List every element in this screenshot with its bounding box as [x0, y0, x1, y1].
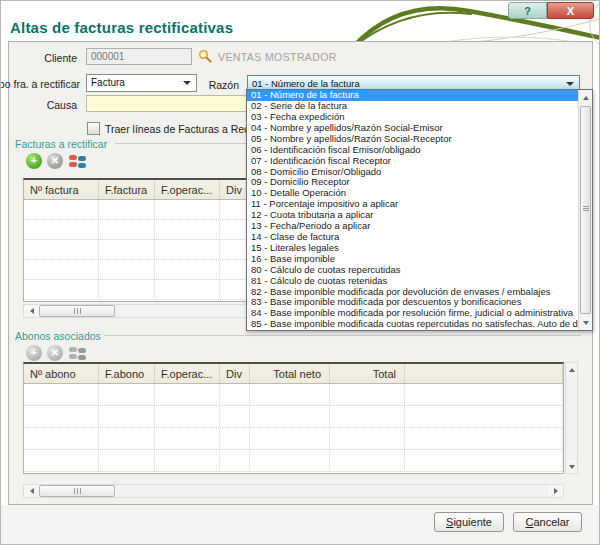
chevron-down-icon: [183, 81, 191, 85]
remove-credit-note-button-disabled[interactable]: ✕: [47, 345, 63, 361]
siguiente-button[interactable]: Siguiente: [434, 512, 504, 532]
column-header[interactable]: F.operac...: [155, 180, 220, 199]
column-header[interactable]: Div: [220, 364, 250, 383]
column-header[interactable]: F.operac...: [155, 364, 220, 383]
column-header[interactable]: Total neto: [250, 364, 330, 383]
razon-option[interactable]: 84 - Base imponible modificada por resol…: [247, 308, 578, 319]
close-icon: ✕: [51, 156, 59, 166]
column-header[interactable]: F.factura: [99, 180, 155, 199]
footer-bar: [1, 505, 600, 545]
scroll-down-icon[interactable]: [579, 315, 592, 330]
scroll-left-icon[interactable]: [24, 305, 39, 317]
cliente-input[interactable]: 000001: [86, 48, 192, 65]
close-button[interactable]: X: [547, 2, 594, 19]
cancelar-button[interactable]: Cancelar: [513, 512, 582, 532]
abonos-table-body: [24, 384, 563, 472]
razon-option[interactable]: 02 - Serie de la factura: [247, 101, 578, 112]
table-row: [24, 428, 563, 450]
add-credit-note-button-disabled[interactable]: +: [26, 345, 42, 361]
table-row: [24, 450, 563, 472]
abonos-section-title: Abonos asociados: [15, 330, 101, 342]
razon-option-selected[interactable]: 01 - Número de la factura: [247, 90, 578, 101]
traer-lineas-checkbox[interactable]: [87, 122, 100, 135]
help-button[interactable]: ?: [508, 2, 547, 19]
table-row: [24, 384, 563, 406]
razon-option[interactable]: 15 - Literales legales: [247, 243, 578, 254]
razon-option[interactable]: 07 - Identificación fiscal Receptor: [247, 155, 578, 166]
scrollbar-thumb[interactable]: [39, 305, 115, 317]
dropdown-vscrollbar[interactable]: [578, 90, 592, 330]
abonos-table[interactable]: Nº abono F.abono F.operac... Div Total n…: [23, 362, 564, 474]
razon-option[interactable]: 80 - Cálculo de cuotas repercutidas: [247, 265, 578, 276]
scroll-right-icon[interactable]: [548, 485, 563, 497]
abonos-table-header: Nº abono F.abono F.operac... Div Total n…: [24, 364, 563, 384]
razon-option[interactable]: 03 - Fecha expedición: [247, 112, 578, 123]
plus-icon: +: [31, 156, 37, 166]
razon-option[interactable]: 85 - Base imponible modificada cuotas re…: [247, 319, 578, 330]
rectifying-invoices-dialog: Altas de facturas rectificativas ? X Cli…: [0, 0, 600, 545]
razon-value: 01 - Número de la factura: [252, 78, 360, 89]
title-bar: Altas de facturas rectificativas ? X: [1, 1, 599, 41]
facturas-section-title: Facturas a rectificar: [15, 138, 107, 150]
razon-dropdown-list[interactable]: 01 - Número de la factura 02 - Serie de …: [246, 89, 593, 331]
scroll-up-icon[interactable]: [566, 363, 577, 376]
tipo-fra-value: Factura: [91, 77, 125, 88]
tipo-fra-combobox[interactable]: Factura: [86, 74, 197, 92]
plus-icon: +: [31, 348, 37, 358]
table-row: [24, 406, 563, 428]
scrollbar-thumb[interactable]: [580, 106, 591, 314]
abonos-vscrollbar[interactable]: [565, 362, 578, 474]
tipo-fra-label: Tipo fra. a rectificar: [0, 78, 80, 90]
scroll-up-icon[interactable]: [579, 90, 592, 105]
razon-option[interactable]: 09 - Domicilio Receptor: [247, 177, 578, 188]
cliente-display-name: VENTAS MOSTRADOR: [218, 51, 337, 63]
chevron-down-icon: [566, 82, 574, 86]
razon-option[interactable]: 13 - Fecha/Periodo a aplicar: [247, 221, 578, 232]
causa-label: Causa: [47, 99, 77, 111]
razon-option[interactable]: 06 - Identificación fiscal Emisor/obliga…: [247, 145, 578, 156]
scrollbar-thumb[interactable]: [39, 485, 115, 497]
razon-option[interactable]: 83 - Base imponible modificada por descu…: [247, 297, 578, 308]
columns-config-icon[interactable]: [69, 155, 86, 168]
column-header[interactable]: Nº abono: [24, 364, 99, 383]
columns-config-icon-disabled[interactable]: [69, 347, 86, 360]
scroll-left-icon[interactable]: [24, 485, 39, 497]
razon-option[interactable]: 14 - Clase de factura: [247, 232, 578, 243]
abonos-hscrollbar[interactable]: [23, 484, 564, 498]
add-invoice-button[interactable]: +: [26, 153, 42, 169]
scroll-down-icon[interactable]: [566, 460, 577, 473]
column-header-filler: [405, 364, 563, 383]
razon-option[interactable]: 12 - Cuota tributaria a aplicar: [247, 210, 578, 221]
razon-option[interactable]: 16 - Base imponible: [247, 254, 578, 265]
page-title: Altas de facturas rectificativas: [10, 19, 233, 36]
razon-option[interactable]: 08 - Domicilio Emisor/Obligado: [247, 166, 578, 177]
razon-option[interactable]: 11 - Porcentaje impositivo a aplicar: [247, 199, 578, 210]
razon-label: Razón: [209, 79, 239, 91]
razon-option[interactable]: 81 - Cálculo de cuotas retenidas: [247, 275, 578, 286]
cliente-label: Cliente: [44, 52, 77, 64]
razon-option[interactable]: 10 - Detalle Operación: [247, 188, 578, 199]
close-icon: ✕: [51, 348, 59, 358]
search-icon[interactable]: [198, 49, 212, 63]
column-header[interactable]: Total: [330, 364, 405, 383]
razon-option[interactable]: 04 - Nombre y apellidos/Razón Social-Emi…: [247, 123, 578, 134]
column-header[interactable]: Nº factura: [24, 180, 99, 199]
razon-option[interactable]: 82 - Base imponible modificada por devol…: [247, 286, 578, 297]
remove-invoice-button[interactable]: ✕: [47, 153, 63, 169]
divider: [104, 335, 581, 336]
razon-option[interactable]: 05 - Nombre y apellidos/Razón Social-Rec…: [247, 134, 578, 145]
column-header[interactable]: F.abono: [99, 364, 155, 383]
